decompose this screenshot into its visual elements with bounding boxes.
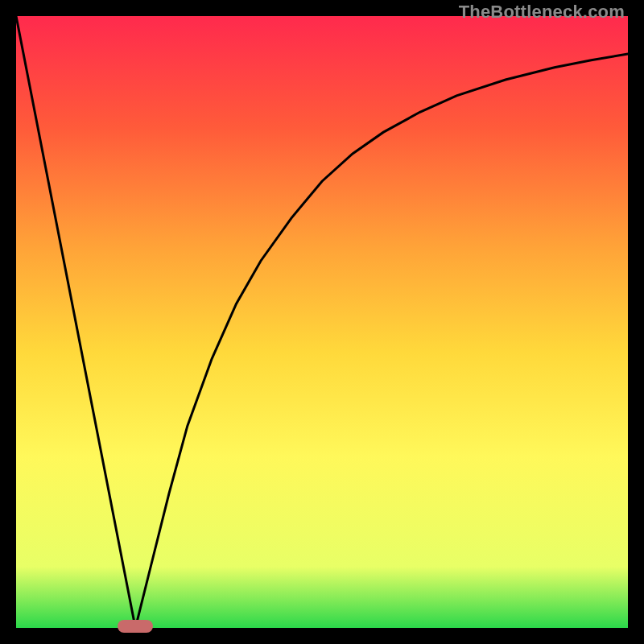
chart-plot xyxy=(16,16,628,628)
watermark-text: TheBottleneck.com xyxy=(459,2,625,23)
chart-frame xyxy=(16,16,628,628)
min-marker xyxy=(118,620,153,633)
gradient-bg xyxy=(16,16,628,628)
